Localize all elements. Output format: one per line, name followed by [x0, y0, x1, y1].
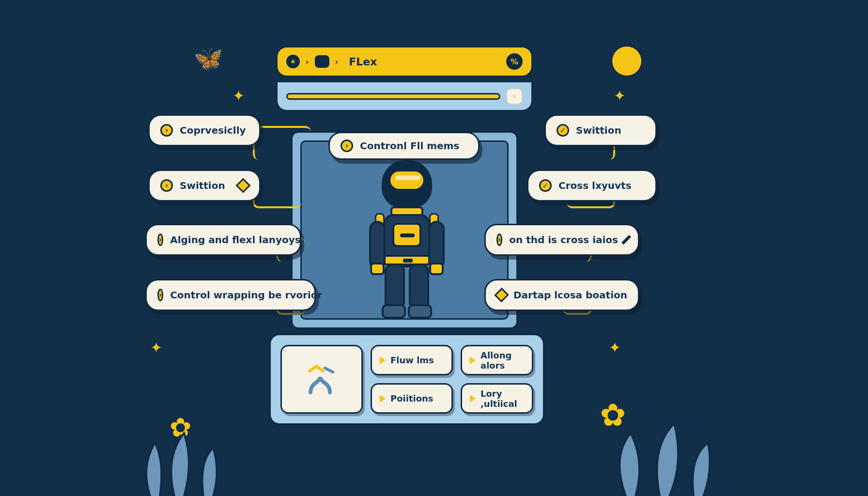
- nav-stop-button[interactable]: [315, 55, 329, 68]
- feature-pill[interactable]: Dartap lcosa boation: [484, 279, 639, 311]
- dock-button[interactable]: Lory ,ultiical: [461, 383, 533, 414]
- toolbar-action-button[interactable]: %: [506, 53, 523, 70]
- play-icon: [380, 356, 386, 364]
- pill-label: Alging and flexl lanyoys: [170, 234, 300, 246]
- feature-pill[interactable]: › on thd is cross iaios: [484, 224, 639, 256]
- bullet-icon: ›: [160, 124, 173, 137]
- logo-icon: [305, 362, 339, 396]
- progress-bar[interactable]: [286, 93, 500, 100]
- dock-button[interactable]: Poiitions: [371, 383, 453, 414]
- feature-pill[interactable]: › Swittion: [148, 170, 261, 202]
- feature-pill[interactable]: ✓ Swittion: [544, 114, 657, 146]
- progress-bar-area: ›: [276, 82, 533, 111]
- check-icon: ✓: [557, 124, 569, 137]
- play-icon: [380, 395, 386, 403]
- pill-label: Cross lxyuvts: [558, 180, 632, 191]
- sparkle-icon: ✦: [232, 87, 245, 104]
- dock-button[interactable]: Allong alors: [461, 345, 533, 375]
- pill-label: Coprvesiclly: [180, 124, 246, 136]
- plant-icon: [131, 409, 237, 496]
- chevron-right-icon: ›: [306, 57, 309, 66]
- pill-label: Swittion: [576, 124, 621, 136]
- diamond-icon: [235, 178, 250, 193]
- dock-button-label: Lory ,ultiical: [480, 388, 524, 409]
- window-title: FLex: [349, 56, 500, 68]
- dock-button[interactable]: Fluw lms: [371, 345, 453, 375]
- chevron-right-icon: ›: [335, 57, 339, 66]
- bullet-icon: ›: [157, 289, 163, 301]
- connector-line: [253, 126, 311, 160]
- bullet-icon: ›: [160, 179, 173, 192]
- sparkle-icon: ✦: [609, 339, 621, 356]
- nav-button[interactable]: ✶: [286, 55, 300, 68]
- astronaut-illustration: [368, 160, 446, 320]
- pill-label: Contronl Fll mems: [360, 140, 459, 152]
- dock-button-label: Fluw lms: [390, 355, 434, 365]
- diamond-icon: [494, 288, 509, 302]
- diamond-icon: [621, 235, 631, 245]
- window-titlebar: ✶ › › FLex %: [276, 46, 533, 77]
- pill-label: Dartap lcosa boation: [513, 289, 627, 301]
- butterfly-icon: 🦋: [194, 45, 223, 72]
- feature-pill[interactable]: ✓ Cross lxyuvts: [527, 170, 657, 202]
- pill-label: Control wrapping be rvorior: [170, 289, 322, 301]
- pill-label: Swittion: [180, 180, 225, 191]
- sparkle-icon: ✦: [614, 87, 626, 104]
- check-icon: ✓: [539, 179, 552, 192]
- bottom-dock: Fluw lms Allong alors Poiitions Lory ,ul…: [269, 333, 545, 425]
- feature-pill[interactable]: › Alging and flexl lanyoys: [145, 224, 301, 256]
- bullet-icon: ›: [496, 233, 502, 246]
- sparkle-icon: ✦: [150, 339, 162, 356]
- feature-pill[interactable]: › Coprvesiclly: [148, 114, 261, 146]
- pill-label: on thd is cross iaios: [509, 234, 618, 246]
- plant-icon: [606, 404, 723, 496]
- dock-button-label: Poiitions: [390, 393, 434, 403]
- play-icon: [470, 356, 476, 364]
- logo-card[interactable]: [280, 345, 363, 414]
- bullet-icon: ›: [341, 140, 353, 152]
- feature-pill-center[interactable]: › Contronl Fll mems: [328, 132, 480, 160]
- next-button[interactable]: ›: [506, 88, 523, 105]
- bullet-icon: ›: [157, 233, 163, 246]
- play-icon: [470, 395, 476, 403]
- sun-icon: [612, 46, 641, 76]
- feature-pill[interactable]: › Control wrapping be rvorior: [145, 279, 316, 311]
- dock-button-label: Allong alors: [480, 350, 524, 371]
